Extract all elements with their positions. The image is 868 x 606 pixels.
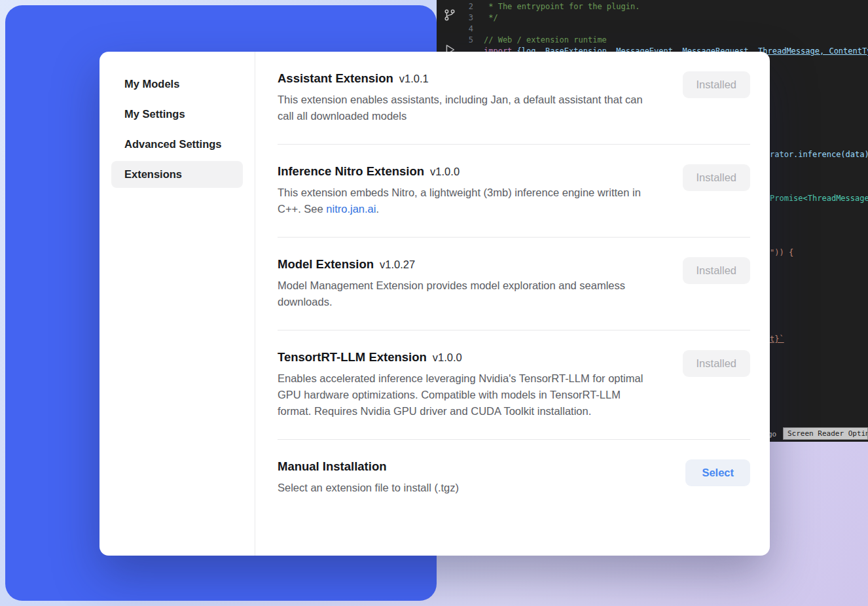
- extension-info: Model Extensionv1.0.27 Model Management …: [278, 257, 656, 310]
- installed-button[interactable]: Installed: [683, 164, 750, 191]
- code-line: 2 * The entrypoint for the plugin.: [463, 1, 868, 12]
- divider: [278, 144, 750, 145]
- line-number: 4: [463, 24, 484, 35]
- installed-button[interactable]: Installed: [683, 71, 750, 98]
- extension-info: Assistant Extensionv1.0.1 This extension…: [278, 71, 656, 124]
- extension-description: Enables accelerated inference leveraging…: [278, 370, 656, 419]
- sidebar-item-my-models[interactable]: My Models: [111, 71, 243, 98]
- installed-button[interactable]: Installed: [683, 257, 750, 284]
- sidebar-item-extensions[interactable]: Extensions: [111, 161, 243, 188]
- divider: [278, 439, 750, 440]
- code-line: 3 */: [463, 12, 868, 24]
- code-fragment: t}`: [770, 334, 784, 344]
- divider: [278, 237, 750, 238]
- description-text: .: [376, 203, 379, 215]
- code-text: // Web / extension runtime: [484, 35, 607, 46]
- divider: [278, 330, 750, 330]
- extension-name: Inference Nitro Extension: [278, 164, 424, 178]
- line-number: 2: [463, 1, 484, 12]
- manual-install-title: Manual Installation: [278, 459, 459, 474]
- code-fragment: ")) {: [770, 248, 793, 257]
- source-control-icon[interactable]: [443, 8, 457, 24]
- extension-title: TensortRT-LLM Extensionv1.0.0: [278, 350, 656, 365]
- screen-reader-optimize-notice[interactable]: Screen Reader Optimize: [783, 427, 868, 440]
- code-fragment: rator.inference(data));: [770, 150, 868, 159]
- installed-button[interactable]: Installed: [683, 350, 750, 377]
- extension-name: Assistant Extension: [278, 71, 393, 85]
- code-line: 4: [463, 24, 868, 35]
- extension-row-assistant: Assistant Extensionv1.0.1 This extension…: [278, 71, 750, 124]
- manual-install-description: Select an extension file to install (.tg…: [278, 480, 459, 496]
- sidebar-item-my-settings[interactable]: My Settings: [111, 101, 243, 128]
- extension-version: v1.0.0: [433, 351, 462, 363]
- nitro-jan-ai-link[interactable]: nitro.jan.ai: [326, 203, 376, 215]
- extension-description: This extension embeds Nitro, a lightweig…: [278, 185, 656, 217]
- manual-installation-row: Manual Installation Select an extension …: [278, 459, 750, 496]
- extension-title: Inference Nitro Extensionv1.0.0: [278, 164, 656, 179]
- settings-modal: My Models My Settings Advanced Settings …: [99, 52, 770, 556]
- line-number: 3: [463, 12, 484, 24]
- line-number: 5: [463, 35, 484, 46]
- extensions-list: Assistant Extensionv1.0.1 This extension…: [255, 52, 770, 556]
- code-lines: 2 * The entrypoint for the plugin. 3 */ …: [463, 1, 868, 57]
- code-line: 5 // Web / extension runtime: [463, 35, 868, 46]
- extension-version: v1.0.1: [399, 73, 429, 84]
- sidebar-item-advanced-settings[interactable]: Advanced Settings: [111, 131, 243, 158]
- code-text: * The entrypoint for the plugin.: [484, 1, 640, 12]
- settings-sidebar: My Models My Settings Advanced Settings …: [99, 52, 255, 556]
- extension-row-tensorrt-llm: TensortRT-LLM Extensionv1.0.0 Enables ac…: [278, 350, 750, 419]
- code-text: */: [484, 12, 498, 24]
- extension-info: Inference Nitro Extensionv1.0.0 This ext…: [278, 164, 656, 217]
- manual-install-info: Manual Installation Select an extension …: [278, 459, 459, 496]
- extension-title: Assistant Extensionv1.0.1: [278, 71, 656, 86]
- extension-row-inference-nitro: Inference Nitro Extensionv1.0.0 This ext…: [278, 164, 750, 217]
- extension-row-model: Model Extensionv1.0.27 Model Management …: [278, 257, 750, 310]
- extension-name: TensortRT-LLM Extension: [278, 350, 427, 364]
- extension-info: TensortRT-LLM Extensionv1.0.0 Enables ac…: [278, 350, 656, 419]
- extension-version: v1.0.0: [430, 166, 460, 177]
- extension-name: Model Extension: [278, 257, 374, 271]
- extension-version: v1.0.27: [380, 258, 415, 270]
- code-fragment: Promise<ThreadMessage>: [770, 194, 868, 203]
- extension-description: This extension enables assistants, inclu…: [278, 92, 656, 124]
- extension-title: Model Extensionv1.0.27: [278, 257, 656, 272]
- select-file-button[interactable]: Select: [685, 459, 750, 486]
- extension-description: Model Management Extension provides mode…: [278, 277, 656, 310]
